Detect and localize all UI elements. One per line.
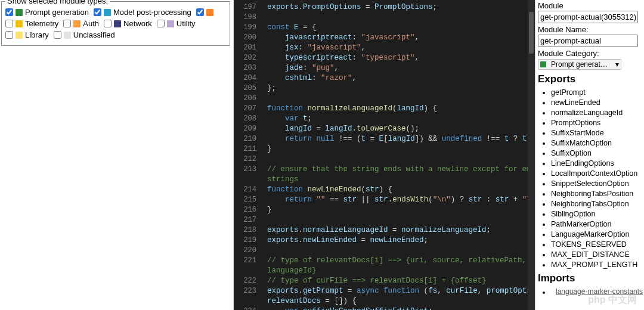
export-item[interactable]: getPrompt: [551, 88, 642, 98]
export-item[interactable]: PathMarkerOption: [551, 219, 642, 230]
legend-swatch: [64, 32, 71, 39]
export-item[interactable]: newLineEnded: [551, 98, 642, 108]
export-item[interactable]: SuffixStartMode: [551, 128, 642, 138]
export-item[interactable]: SuffixOption: [551, 148, 642, 159]
code-line[interactable]: exports.normalizeLanguageId = normalizeL…: [267, 225, 535, 235]
graph-panel[interactable]: Show selected module types: Prompt gener…: [0, 0, 234, 310]
svg-point-28: [140, 168, 147, 172]
legend-checkbox[interactable]: [63, 20, 71, 27]
legend-checkbox[interactable]: [54, 31, 61, 39]
legend-swatch: [16, 9, 23, 16]
legend-item[interactable]: Library: [5, 30, 49, 39]
code-line[interactable]: [267, 94, 535, 104]
imports-list: language-marker-constants: [538, 287, 642, 297]
legend-swatch: [167, 20, 174, 27]
code-line[interactable]: langId = langId.toLowerCase();: [267, 124, 535, 134]
code-line[interactable]: typescriptreact: "typescript",: [267, 53, 535, 63]
code-body[interactable]: exports.PromptOptions = PromptOptions; c…: [261, 0, 535, 310]
code-line[interactable]: var t;: [267, 114, 535, 124]
chevron-down-icon: ▾: [615, 60, 619, 69]
legend-item[interactable]: Prompt generation: [5, 8, 89, 17]
export-item[interactable]: LocalImportContextOption: [551, 169, 642, 179]
code-line[interactable]: exports.getPrompt = async function (fs, …: [267, 286, 535, 296]
legend-swatch: [114, 20, 121, 27]
export-item[interactable]: MAX_PROMPT_LENGTH: [551, 260, 642, 270]
module-category-select[interactable]: Prompt generat… ▾: [538, 59, 621, 70]
svg-point-37: [116, 225, 123, 228]
code-line[interactable]: const E = {: [267, 23, 535, 33]
svg-point-20: [116, 70, 123, 73]
export-item[interactable]: NeighboringTabsOption: [551, 199, 642, 209]
import-item[interactable]: language-marker-constants: [551, 287, 642, 297]
code-line[interactable]: jade: "pug",: [267, 63, 535, 73]
legend-checkbox[interactable]: [196, 8, 204, 16]
legend-item[interactable]: Telemetry: [5, 19, 58, 28]
code-line[interactable]: // type of relevantDocs[i] ==> {uri, sou…: [267, 256, 535, 266]
code-line[interactable]: var suffixVsCachedSuffixEditDist;: [267, 306, 535, 310]
legend-checkbox[interactable]: [157, 20, 165, 27]
module-label: Module: [538, 1, 642, 10]
export-item[interactable]: LineEndingOptions: [551, 159, 642, 169]
export-item[interactable]: SuffixMatchOption: [551, 138, 642, 148]
code-line[interactable]: javascriptreact: "javascript",: [267, 33, 535, 43]
svg-point-49: [39, 55, 45, 58]
export-item[interactable]: normalizeLanguageId: [551, 108, 642, 118]
code-editor[interactable]: 1971981992002012022032042052062072082092…: [234, 0, 535, 310]
export-item[interactable]: NeighboringTabsPosition: [551, 189, 642, 199]
export-item[interactable]: SnippetSelectionOption: [551, 179, 642, 189]
svg-point-36: [187, 171, 194, 175]
legend-swatch: [16, 20, 23, 27]
export-item[interactable]: TOKENS_RESERVED: [551, 240, 642, 250]
code-line[interactable]: languageId}: [267, 266, 535, 276]
code-line[interactable]: exports.newLineEnded = newLineEnded;: [267, 235, 535, 246]
export-item[interactable]: MAX_EDIT_DISTANCE: [551, 250, 642, 260]
legend-label: Model post-processing: [113, 8, 191, 17]
code-line[interactable]: }: [267, 144, 535, 154]
legend-item[interactable]: Unclassified: [54, 30, 115, 39]
code-line[interactable]: return "" == str || str.endsWith("\n") ?…: [267, 195, 535, 205]
legend-item[interactable]: Model post-processing: [94, 8, 191, 17]
legend-checkbox[interactable]: [94, 8, 101, 16]
legend-checkbox[interactable]: [104, 20, 112, 27]
svg-line-9: [119, 161, 185, 179]
export-item[interactable]: SiblingOption: [551, 209, 642, 219]
code-line[interactable]: relevantDocs = []) {: [267, 296, 535, 306]
code-line[interactable]: function normalizeLanguageId(langId) {: [267, 104, 535, 114]
scrollbar-thumb[interactable]: [529, 12, 534, 54]
code-line[interactable]: }: [267, 205, 535, 215]
legend-item[interactable]: Utility: [157, 19, 196, 28]
export-item[interactable]: PromptOptions: [551, 118, 642, 128]
code-line[interactable]: exports.PromptOptions = PromptOptions;: [267, 2, 535, 13]
code-line[interactable]: jsx: "javascript",: [267, 43, 535, 53]
code-line[interactable]: return null !== (t = E[langId]) && undef…: [267, 134, 535, 144]
module-name-field[interactable]: [538, 35, 638, 47]
code-line[interactable]: strings: [267, 175, 535, 185]
code-line[interactable]: };: [267, 83, 535, 94]
dependency-graph[interactable]: [0, 0, 234, 310]
code-line[interactable]: cshtml: "razor",: [267, 73, 535, 83]
category-swatch: [540, 61, 546, 67]
legend-checkbox[interactable]: [5, 31, 13, 39]
code-line[interactable]: [267, 246, 535, 256]
legend-item[interactable]: [196, 8, 216, 16]
code-line[interactable]: [267, 215, 535, 225]
svg-line-12: [107, 119, 119, 179]
code-line[interactable]: // ensure that the string ends with a ne…: [267, 165, 535, 175]
code-line[interactable]: // type of curFile ==> relevantDocs[i] +…: [267, 276, 535, 286]
code-line[interactable]: [267, 13, 535, 23]
svg-point-32: [175, 195, 182, 199]
code-line[interactable]: function newLineEnded(str) {: [267, 185, 535, 195]
module-field[interactable]: [538, 11, 638, 23]
vertical-scrollbar[interactable]: [528, 0, 535, 310]
exports-list: getPromptnewLineEndednormalizeLanguageId…: [538, 88, 642, 270]
legend-item[interactable]: Network: [104, 19, 152, 28]
svg-point-27: [92, 168, 99, 172]
code-line[interactable]: [267, 154, 535, 165]
svg-point-34: [32, 153, 39, 157]
legend-checkbox[interactable]: [5, 8, 13, 16]
legend-checkbox[interactable]: [5, 20, 13, 27]
svg-point-50: [57, 76, 63, 79]
export-item[interactable]: LanguageMarkerOption: [551, 230, 642, 240]
legend-item[interactable]: Auth: [63, 19, 99, 28]
legend-label: Network: [123, 19, 152, 28]
